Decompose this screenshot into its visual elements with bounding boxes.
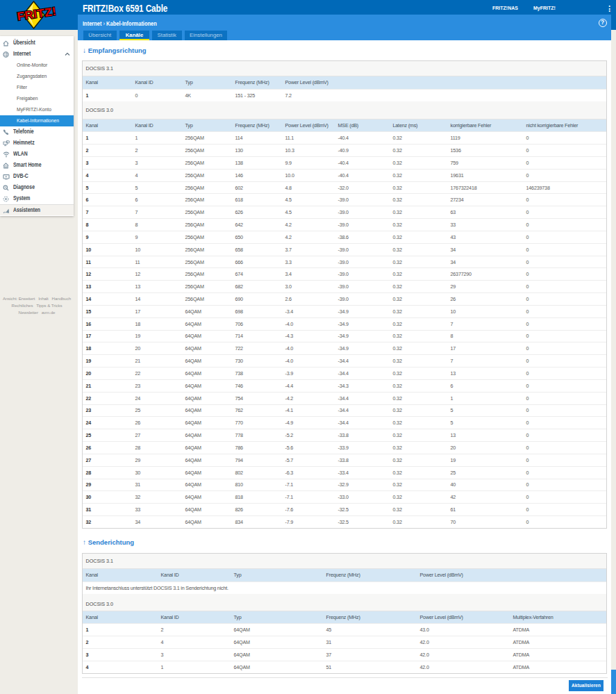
svg-text:FRITZ!: FRITZ! [17,5,58,23]
